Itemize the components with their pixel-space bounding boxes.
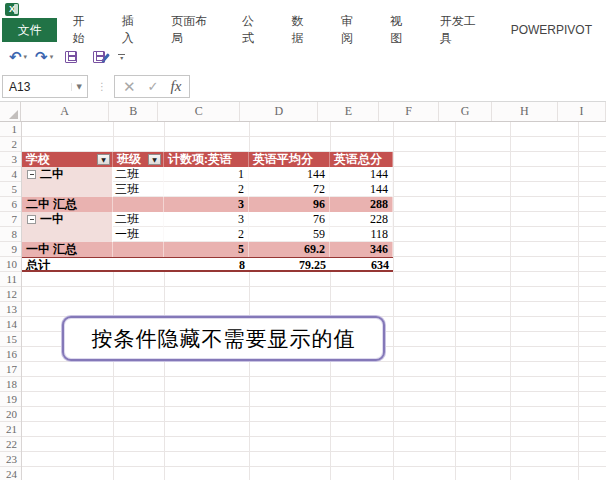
row-header-11[interactable]: 11 <box>0 272 21 287</box>
row-header-5[interactable]: 5 <box>0 182 21 197</box>
enter-icon[interactable]: ✓ <box>148 80 159 93</box>
ribbon-tab-8[interactable]: POWERPIVOT <box>497 18 606 42</box>
pivot-header-3[interactable]: 英语平均分 <box>249 152 330 167</box>
pivot-cell-r5c4[interactable]: 346 <box>330 242 393 257</box>
undo-dropdown-icon[interactable]: ▾ <box>24 53 28 61</box>
ribbon-tab-2[interactable]: 页面布局 <box>157 18 228 42</box>
row-header-24[interactable]: 24 <box>0 467 21 480</box>
pivot-cell-r3c3[interactable]: 76 <box>249 212 330 227</box>
pivot-cell-r4c0[interactable] <box>22 227 113 242</box>
insert-function-icon[interactable]: fx <box>170 78 181 95</box>
pivot-cell-r5c1[interactable] <box>113 242 164 257</box>
pivot-cell-r1c2[interactable]: 2 <box>164 182 249 197</box>
select-all-corner[interactable] <box>0 102 21 121</box>
row-header-15[interactable]: 15 <box>0 332 21 347</box>
pivot-header-2[interactable]: 计数项:英语 <box>164 152 249 167</box>
pivot-cell-r1c0[interactable] <box>22 182 113 197</box>
ribbon-tab-6[interactable]: 视图 <box>376 18 425 42</box>
save-button[interactable] <box>58 49 84 65</box>
pivot-cell-r4c2[interactable]: 2 <box>164 227 249 242</box>
filter-dropdown-icon[interactable]: ▼ <box>148 154 161 165</box>
row-header-10[interactable]: 10 <box>0 257 21 272</box>
row-header-19[interactable]: 19 <box>0 392 21 407</box>
pivot-cell-r4c1[interactable]: 一班 <box>113 227 164 242</box>
pivot-cell-r3c2[interactable]: 3 <box>164 212 249 227</box>
pivot-cell-r5c2[interactable]: 5 <box>164 242 249 257</box>
column-header-I[interactable]: I <box>558 102 606 121</box>
row-header-13[interactable]: 13 <box>0 302 21 317</box>
sheet-grid[interactable]: 123456789101112131415161718192021222324 … <box>0 122 606 480</box>
collapse-minus-icon[interactable] <box>27 170 36 179</box>
ribbon-tab-0[interactable]: 开始 <box>57 18 107 42</box>
column-header-G[interactable]: G <box>439 102 492 121</box>
save-edit-button[interactable] <box>86 49 112 65</box>
pivot-cell-r3c1[interactable]: 二班 <box>113 212 164 227</box>
pivot-cell-r5c3[interactable]: 69.2 <box>249 242 330 257</box>
tab-file[interactable]: 文件 <box>2 18 57 42</box>
row-header-9[interactable]: 9 <box>0 242 21 257</box>
pivot-cell-r0c4[interactable]: 144 <box>330 167 393 182</box>
pivot-cell-r6c0[interactable]: 总计 <box>22 257 113 272</box>
pivot-cell-r2c3[interactable]: 96 <box>249 197 330 212</box>
row-header-18[interactable]: 18 <box>0 377 21 392</box>
pivot-cell-r4c3[interactable]: 59 <box>249 227 330 242</box>
pivot-cell-r3c0[interactable]: 一中 <box>22 212 113 227</box>
annotation-textbox[interactable]: 按条件隐藏不需要显示的值 <box>62 316 385 361</box>
pivot-cell-r6c4[interactable]: 634 <box>330 257 393 272</box>
pivot-cell-r2c1[interactable] <box>113 197 164 212</box>
row-header-20[interactable]: 20 <box>0 407 21 422</box>
pivot-cell-r1c3[interactable]: 72 <box>249 182 330 197</box>
row-header-2[interactable]: 2 <box>0 137 21 152</box>
ribbon-tab-7[interactable]: 开发工具 <box>426 18 497 42</box>
column-header-E[interactable]: E <box>318 102 379 121</box>
column-header-B[interactable]: B <box>109 102 158 121</box>
row-header-7[interactable]: 7 <box>0 212 21 227</box>
name-box-dropdown-icon[interactable]: ▼ <box>71 83 87 91</box>
pivot-cell-r1c4[interactable]: 144 <box>330 182 393 197</box>
pivot-cell-r2c0[interactable]: 二中 汇总 <box>22 197 113 212</box>
pivot-cell-r0c3[interactable]: 144 <box>249 167 330 182</box>
cancel-icon[interactable]: ✕ <box>123 79 136 94</box>
qat-customize-button[interactable]: ▾ <box>118 54 125 60</box>
column-header-C[interactable]: C <box>158 102 240 121</box>
redo-button[interactable]: ↷ ▾ <box>32 48 56 66</box>
row-header-12[interactable]: 12 <box>0 287 21 302</box>
row-header-8[interactable]: 8 <box>0 227 21 242</box>
row-header-3[interactable]: 3 <box>0 152 21 167</box>
pivot-cell-r0c0[interactable]: 二中 <box>22 167 113 182</box>
redo-dropdown-icon[interactable]: ▾ <box>50 53 54 61</box>
ribbon-tab-5[interactable]: 审阅 <box>327 18 376 42</box>
row-header-16[interactable]: 16 <box>0 347 21 362</box>
column-header-D[interactable]: D <box>240 102 318 121</box>
column-header-A[interactable]: A <box>21 102 109 121</box>
pivot-cell-r3c4[interactable]: 228 <box>330 212 393 227</box>
filter-dropdown-icon[interactable]: ▼ <box>97 154 110 165</box>
pivot-cell-r6c2[interactable]: 8 <box>164 257 249 272</box>
pivot-cell-r0c1[interactable]: 二班 <box>113 167 164 182</box>
collapse-minus-icon[interactable] <box>27 215 36 224</box>
ribbon-tab-3[interactable]: 公式 <box>228 18 277 42</box>
ribbon-tab-1[interactable]: 插入 <box>108 18 157 42</box>
ribbon-tab-4[interactable]: 数据 <box>278 18 327 42</box>
undo-button[interactable]: ↶ ▾ <box>6 48 30 66</box>
row-header-21[interactable]: 21 <box>0 422 21 437</box>
pivot-header-1[interactable]: 班级▼ <box>113 152 164 167</box>
row-header-22[interactable]: 22 <box>0 437 21 452</box>
row-header-4[interactable]: 4 <box>0 167 21 182</box>
pivot-cell-r5c0[interactable]: 一中 汇总 <box>22 242 113 257</box>
pivot-cell-r1c1[interactable]: 三班 <box>113 182 164 197</box>
pivot-cell-r2c4[interactable]: 288 <box>330 197 393 212</box>
pivot-cell-r2c2[interactable]: 3 <box>164 197 249 212</box>
row-header-14[interactable]: 14 <box>0 317 21 332</box>
row-header-6[interactable]: 6 <box>0 197 21 212</box>
column-header-F[interactable]: F <box>379 102 439 121</box>
row-header-23[interactable]: 23 <box>0 452 21 467</box>
row-header-17[interactable]: 17 <box>0 362 21 377</box>
formula-input[interactable] <box>192 75 606 98</box>
pivot-cell-r4c4[interactable]: 118 <box>330 227 393 242</box>
column-header-H[interactable]: H <box>492 102 558 121</box>
pivot-header-0[interactable]: 学校▼ <box>22 152 113 167</box>
pivot-cell-r6c3[interactable]: 79.25 <box>249 257 330 272</box>
name-box[interactable]: A13 ▼ <box>2 75 88 98</box>
excel-app-icon[interactable]: X <box>5 3 19 16</box>
